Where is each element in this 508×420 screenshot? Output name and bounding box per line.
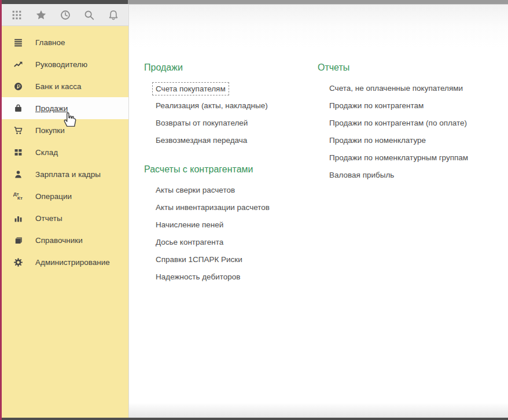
cart-icon bbox=[13, 125, 24, 136]
menu-bars-icon bbox=[13, 37, 24, 48]
menu-list: Счета покупателямРеализация (акты, накла… bbox=[144, 80, 315, 149]
cart-icon bbox=[12, 125, 24, 136]
handbag-icon bbox=[12, 103, 24, 114]
menu-list: Акты сверки расчетовАкты инвентаризации … bbox=[144, 182, 315, 286]
menu-item-link[interactable]: Возвраты от покупателей bbox=[156, 115, 315, 132]
history-button[interactable] bbox=[58, 8, 73, 23]
menu-item-label: Акты сверки расчетов bbox=[156, 186, 235, 194]
menu-item-label: Продажи по контрагентам bbox=[329, 101, 424, 110]
menu-item-link[interactable]: Счета покупателям bbox=[156, 80, 315, 97]
menu-item-label: Реализация (акты, накладные) bbox=[156, 101, 268, 110]
grid-menu-button[interactable] bbox=[9, 8, 24, 23]
menu-item-link[interactable]: Продажи по контрагентам bbox=[329, 97, 508, 115]
cube-icon bbox=[12, 235, 24, 246]
menu-item-link[interactable]: Реализация (акты, накладные) bbox=[156, 97, 315, 115]
sidebar-item-bank-i-kassa[interactable]: Банк и касса bbox=[2, 75, 128, 97]
menu-section: ОтчетыСчета, не оплаченные покупателямиП… bbox=[318, 62, 508, 184]
menu-item-label: Надежность дебиторов bbox=[156, 272, 240, 281]
menu-item-link[interactable]: Счета, не оплаченные покупателями bbox=[329, 80, 508, 97]
menu-item-link[interactable]: Начисление пеней bbox=[156, 216, 315, 234]
menu-item-link[interactable]: Валовая прибыль bbox=[329, 167, 508, 184]
grid-menu-icon bbox=[10, 9, 23, 21]
sidebar-item-label: Руководителю bbox=[35, 60, 87, 69]
menu-list: Счета, не оплаченные покупателямиПродажи… bbox=[318, 80, 508, 184]
trend-arrow-icon bbox=[13, 59, 24, 70]
trend-arrow-icon bbox=[12, 59, 24, 70]
menu-item-link[interactable]: Справки 1СПАРК Риски bbox=[156, 251, 315, 268]
menu-item-label: Возвраты от покупателей bbox=[156, 119, 248, 127]
menu-bars-icon bbox=[12, 37, 24, 48]
menu-item-link[interactable]: Надежность дебиторов bbox=[156, 268, 315, 286]
cube-icon bbox=[13, 235, 24, 246]
section-sidebar: ГлавноеРуководителюБанк и кассаПродажиПо… bbox=[2, 26, 128, 418]
sidebar-item-label: Покупки bbox=[35, 126, 65, 135]
sidebar-item-pokupki[interactable]: Покупки bbox=[2, 119, 128, 141]
sidebar-item-glavnoe[interactable]: Главное bbox=[2, 31, 128, 53]
sidebar-item-zarplata-i-kadry[interactable]: Зарплата и кадры bbox=[2, 163, 128, 185]
section-menu: ПродажиСчета покупателямРеализация (акты… bbox=[128, 4, 508, 418]
window-bottom-edge bbox=[0, 418, 508, 420]
handbag-icon bbox=[13, 103, 24, 114]
bar-chart-icon bbox=[12, 213, 24, 224]
menu-item-label: Безвозмездная передача bbox=[156, 136, 247, 145]
window-top-edge bbox=[0, 0, 508, 4]
menu-item-label: Счета, не оплаченные покупателями bbox=[329, 84, 463, 93]
pallet-icon bbox=[13, 147, 24, 158]
sidebar-item-label: Отчеты bbox=[35, 214, 62, 223]
gear-icon bbox=[13, 257, 24, 268]
notifications-bell-button[interactable] bbox=[106, 8, 121, 23]
menu-section: ПродажиСчета покупателямРеализация (акты… bbox=[144, 62, 315, 149]
menu-item-label: Досье контрагента bbox=[156, 238, 223, 246]
menu-section: Расчеты с контрагентамиАкты сверки расче… bbox=[144, 164, 315, 286]
menu-column-2: ОтчетыСчета, не оплаченные покупателямиП… bbox=[318, 62, 508, 184]
debit-credit-icon: ДтКт bbox=[12, 192, 24, 200]
menu-item-link[interactable]: Досье контрагента bbox=[156, 234, 315, 251]
section-title: Продажи bbox=[144, 62, 315, 73]
menu-item-link[interactable]: Безвозмездная передача bbox=[156, 132, 315, 149]
sidebar-item-label: Продажи bbox=[35, 104, 68, 113]
left-panel: ГлавноеРуководителюБанк и кассаПродажиПо… bbox=[2, 4, 128, 418]
section-title: Отчеты bbox=[318, 62, 508, 73]
history-icon bbox=[59, 9, 72, 21]
search-button[interactable] bbox=[82, 8, 97, 23]
sidebar-item-label: Справочники bbox=[35, 236, 83, 245]
favorites-star-button[interactable] bbox=[34, 8, 49, 23]
menu-item-label: Акты инвентаризации расчетов bbox=[156, 203, 270, 212]
sidebar-item-label: Главное bbox=[35, 38, 65, 47]
menu-item-label: Справки 1СПАРК Риски bbox=[156, 255, 242, 264]
sidebar-item-sklad[interactable]: Склад bbox=[2, 141, 128, 163]
sidebar-item-prodazhi[interactable]: Продажи bbox=[2, 97, 128, 119]
gear-icon bbox=[12, 257, 24, 268]
section-title: Расчеты с контрагентами bbox=[144, 164, 315, 175]
window-left-edge bbox=[0, 0, 2, 420]
person-icon bbox=[13, 169, 24, 180]
sidebar-item-otchety[interactable]: Отчеты bbox=[2, 207, 128, 229]
menu-item-link[interactable]: Продажи по контрагентам (по оплате) bbox=[329, 115, 508, 132]
menu-item-link[interactable]: Продажи по номенклатурным группам bbox=[329, 149, 508, 167]
menu-item-link[interactable]: Продажи по номенклатуре bbox=[329, 132, 508, 149]
debit-credit-icon-glyph: ДтКт bbox=[13, 192, 23, 200]
coin-icon bbox=[12, 81, 24, 92]
menu-item-link[interactable]: Акты инвентаризации расчетов bbox=[156, 199, 315, 216]
coin-icon bbox=[13, 81, 24, 92]
sidebar-item-label: Банк и касса bbox=[35, 82, 82, 91]
menu-item-label: Счета покупателям bbox=[152, 82, 229, 95]
sidebar-item-spravochniki[interactable]: Справочники bbox=[2, 229, 128, 251]
menu-item-label: Валовая прибыль bbox=[329, 171, 394, 179]
sidebar-item-rukovoditelyu[interactable]: Руководителю bbox=[2, 53, 128, 75]
sidebar-item-label: Склад bbox=[35, 148, 58, 157]
search-icon bbox=[83, 9, 95, 21]
notifications-bell-icon bbox=[107, 9, 120, 21]
menu-item-label: Продажи по номенклатуре bbox=[329, 136, 426, 145]
sidebar-item-administrirovanie[interactable]: Администрирование bbox=[2, 251, 128, 273]
menu-item-label: Продажи по контрагентам (по оплате) bbox=[329, 119, 467, 127]
person-icon bbox=[12, 169, 24, 180]
bar-chart-icon bbox=[13, 213, 24, 224]
menu-item-label: Продажи по номенклатурным группам bbox=[329, 153, 468, 162]
sidebar-item-label: Зарплата и кадры bbox=[35, 170, 101, 179]
sidebar-item-operatsii[interactable]: ДтКтОперации bbox=[2, 185, 128, 207]
menu-item-label: Начисление пеней bbox=[156, 220, 223, 229]
menu-item-link[interactable]: Акты сверки расчетов bbox=[156, 182, 315, 199]
quick-toolbar bbox=[2, 4, 128, 26]
menu-column-1: ПродажиСчета покупателямРеализация (акты… bbox=[144, 62, 315, 286]
